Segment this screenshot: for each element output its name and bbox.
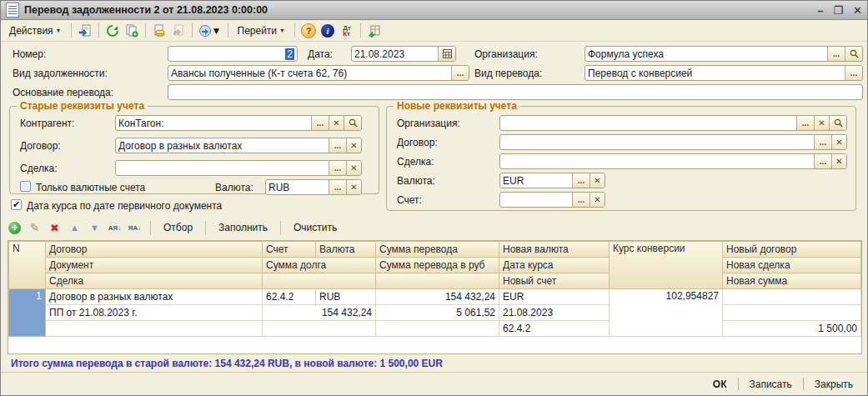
new-currency-field[interactable]: EUR ... ✕	[499, 173, 605, 188]
delete-row-icon[interactable]: ✖	[48, 221, 62, 235]
minimize-button[interactable]: –	[817, 5, 823, 16]
ellipsis-button[interactable]: ...	[329, 180, 346, 194]
add-row-icon[interactable]: +	[8, 221, 22, 235]
counterparty-field[interactable]: КонТагон: ... ✕	[115, 115, 362, 131]
search-icon[interactable]	[344, 116, 361, 130]
fill-button[interactable]: Заполнить	[214, 220, 272, 235]
ellipsis-button[interactable]: ...	[814, 135, 831, 149]
maximize-button[interactable]: ❐	[833, 5, 843, 16]
edit-row-icon[interactable]: ✎	[28, 221, 42, 235]
dt-kt-postings-icon[interactable]: Дт Кт	[339, 23, 355, 39]
save-close-icon[interactable]	[77, 23, 93, 39]
ellipsis-button[interactable]: ...	[451, 66, 469, 80]
ellipsis-button[interactable]: ...	[329, 161, 346, 175]
old-currency-field[interactable]: RUB ... ✕	[265, 179, 362, 195]
check-icon: ✔	[13, 200, 20, 209]
help-icon[interactable]: ?	[300, 23, 317, 39]
table-row: ПП от 21.08.2023 г. 154 432,24 5 061,52 …	[9, 305, 861, 321]
search-icon[interactable]	[845, 47, 862, 61]
clear-icon[interactable]: ✕	[329, 116, 344, 130]
cell-currency[interactable]: RUB	[316, 289, 376, 305]
cell-document[interactable]: ПП от 21.08.2023 г.	[46, 305, 263, 321]
date-field[interactable]: 21.08.2023	[351, 46, 456, 62]
ellipsis-button[interactable]: ...	[845, 66, 862, 80]
clear-icon[interactable]: ✕	[346, 180, 361, 194]
move-down-icon[interactable]: ▼	[88, 221, 102, 235]
calendar-icon[interactable]	[438, 47, 455, 61]
close-form-button[interactable]: Закрыть	[807, 376, 860, 393]
cell-new-contract[interactable]	[723, 289, 861, 305]
new-org-field[interactable]: ... ✕	[499, 115, 847, 131]
new-org-label: Организация:	[397, 118, 460, 129]
ellipsis-button[interactable]: ...	[796, 116, 814, 130]
filter-button[interactable]: Отбор	[159, 220, 197, 235]
cell-conversion-rate[interactable]: 102,954827	[610, 289, 723, 337]
old-deal-field[interactable]: ... ✕	[115, 160, 362, 176]
new-account-field[interactable]: ... ✕	[499, 192, 605, 208]
search-icon[interactable]	[829, 116, 846, 130]
clear-button[interactable]: Очистить	[289, 220, 341, 235]
post-document-icon[interactable]	[151, 23, 168, 39]
sort-ascending-icon[interactable]: АЯ↓	[108, 221, 122, 235]
actions-menu-button[interactable]: Действия ▼	[5, 23, 66, 38]
clear-icon[interactable]: ✕	[831, 135, 846, 149]
new-deal-field[interactable]: ... ✕	[499, 153, 847, 169]
cell-transfer-sum[interactable]: 154 432,24	[376, 289, 499, 305]
number-field[interactable]: 2	[168, 46, 298, 62]
cell-account[interactable]: 62.4.2	[263, 289, 316, 305]
basis-field[interactable]	[168, 84, 863, 100]
col-currency: Валюта	[316, 242, 376, 258]
cell-new-sum[interactable]: 1 500,00	[723, 321, 861, 337]
ellipsis-button[interactable]: ...	[311, 116, 329, 130]
cell-new-deal[interactable]	[723, 305, 861, 321]
ellipsis-button[interactable]: ...	[572, 193, 590, 207]
col-new-account: Новый счет	[499, 273, 610, 289]
undo-post-icon[interactable]	[170, 23, 187, 39]
row-selector[interactable]: 1	[9, 289, 46, 337]
info-icon[interactable]: i	[319, 23, 336, 39]
ellipsis-button[interactable]: ...	[814, 154, 831, 168]
cell-debt-sum[interactable]: 154 432,24	[263, 305, 376, 321]
cell-transfer-sum-rub[interactable]: 5 061,52	[376, 305, 499, 321]
document-result-icon[interactable]	[366, 23, 383, 39]
table-row: 1 Договор в разных валютах 62.4.2 RUB 15…	[9, 289, 861, 305]
clear-icon[interactable]: ✕	[346, 138, 361, 153]
ellipsis-button[interactable]: ...	[827, 47, 845, 61]
close-button[interactable]: ✕	[853, 5, 862, 16]
cell-new-currency[interactable]: EUR	[499, 289, 610, 305]
cell-deal[interactable]	[46, 321, 263, 337]
copy-icon[interactable]	[123, 23, 140, 39]
sort-descending-icon[interactable]: ЯА↓	[128, 221, 142, 235]
debt-type-field[interactable]: Авансы полученные (К-т счета 62, 76) ...	[168, 65, 469, 81]
clear-icon[interactable]: ✕	[590, 173, 605, 188]
write-button[interactable]: Записать	[742, 376, 800, 393]
new-contract-field[interactable]: ... ✕	[499, 134, 847, 150]
transfer-type-field[interactable]: Перевод с конверсией ...	[585, 65, 863, 81]
counterparty-label: Контрагент:	[20, 118, 74, 129]
only-currency-accounts-checkbox[interactable]	[20, 181, 31, 192]
cell-rate-date[interactable]: 21.08.2023	[499, 305, 610, 321]
cell-new-account[interactable]: 62.4.2	[499, 321, 610, 337]
ellipsis-button[interactable]: ...	[572, 173, 590, 188]
transfer-type-label: Вид перевода:	[474, 68, 542, 79]
rate-date-checkbox[interactable]: ✔	[11, 199, 22, 210]
refresh-icon[interactable]	[104, 23, 121, 39]
document-window: Перевод задолженности 2 от 21.08.2023 0:…	[0, 0, 868, 396]
col-rate-date: Дата курса	[499, 258, 610, 273]
ok-button[interactable]: ОК	[705, 376, 735, 393]
clear-icon[interactable]: ✕	[814, 116, 829, 130]
goto-menu-button[interactable]: Перейти ▼	[233, 23, 290, 38]
col-new-currency: Новая валюта	[499, 242, 610, 258]
footer-bar: ОК Записать Закрыть	[1, 372, 867, 395]
cell-contract[interactable]: Договор в разных валютах	[46, 289, 263, 305]
organization-field[interactable]: Формула успеха ...	[585, 46, 863, 62]
ellipsis-button[interactable]: ...	[329, 138, 346, 153]
output-icon[interactable]: ▼	[198, 23, 223, 39]
clear-icon[interactable]: ✕	[831, 154, 846, 168]
table-row: 62.4.2 1 500,00	[9, 321, 861, 337]
clear-icon[interactable]: ✕	[346, 161, 361, 175]
move-up-icon[interactable]: ▲	[68, 221, 82, 235]
clear-icon[interactable]: ✕	[590, 193, 605, 207]
header-row-3: Сделка Новый счет Новая сумма	[9, 273, 861, 289]
old-contract-field[interactable]: Договор в разных валютах ... ✕	[115, 138, 362, 153]
